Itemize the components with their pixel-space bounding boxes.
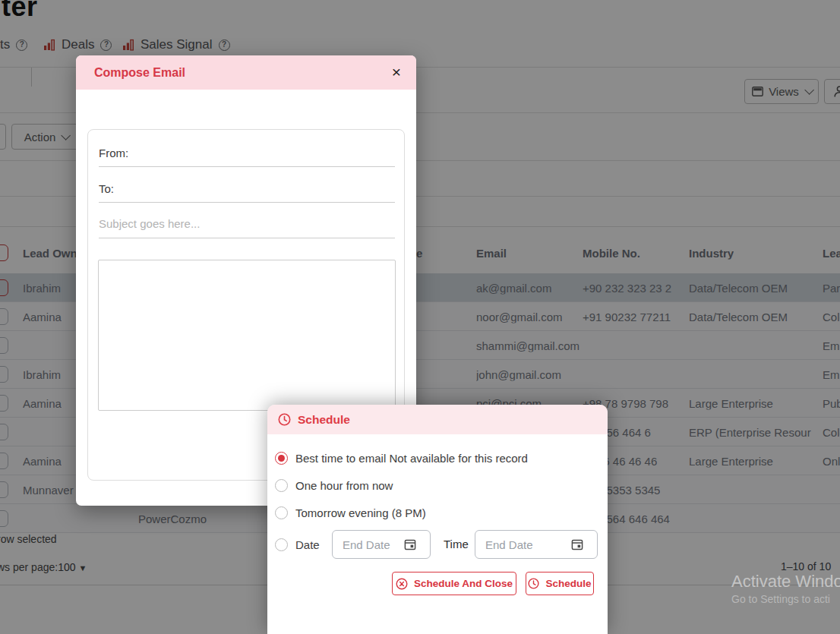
radio-button[interactable] xyxy=(275,538,288,551)
circle-x-icon xyxy=(396,578,408,590)
close-icon[interactable]: × xyxy=(387,63,406,81)
to-input[interactable] xyxy=(114,182,395,202)
radio-button[interactable] xyxy=(275,452,288,465)
schedule-option: Tomorrow evening (8 PM) xyxy=(275,506,426,519)
subject-input[interactable] xyxy=(99,210,395,238)
schedule-button[interactable]: Schedule xyxy=(526,572,594,595)
schedule-option-label: One hour from now xyxy=(295,479,393,492)
to-field-row: To: xyxy=(99,174,395,203)
schedule-option: One hour from now xyxy=(275,479,393,492)
end-date-input[interactable] xyxy=(333,538,404,551)
end-time-input[interactable] xyxy=(475,538,571,551)
to-label: To: xyxy=(99,182,114,202)
clock-icon xyxy=(528,578,539,589)
calendar-icon[interactable] xyxy=(404,538,416,550)
compose-modal-header: Compose Email xyxy=(76,55,416,90)
activate-windows-watermark: Activate Window xyxy=(731,572,840,591)
schedule-popup-header: Schedule xyxy=(267,405,608,434)
schedule-option-label: Best time to email Not available for thi… xyxy=(295,452,528,465)
schedule-option-label: Tomorrow evening (8 PM) xyxy=(295,506,426,519)
date-input-wrap xyxy=(332,530,431,559)
from-field-row: From: xyxy=(99,138,395,167)
clock-icon xyxy=(278,413,291,426)
time-input-wrap xyxy=(475,530,598,559)
schedule-popup: Schedule Best time to email Not availabl… xyxy=(267,405,608,634)
schedule-option-date: Date xyxy=(275,538,320,551)
date-option-label: Date xyxy=(295,538,320,551)
activate-windows-subtext: Go to Settings to acti xyxy=(731,593,830,605)
calendar-icon[interactable] xyxy=(571,538,583,550)
schedule-option: Best time to email Not available for thi… xyxy=(275,452,528,465)
email-body-textarea[interactable] xyxy=(98,260,396,411)
radio-button[interactable] xyxy=(275,506,288,519)
schedule-popup-title: Schedule xyxy=(298,413,350,427)
schedule-and-close-button[interactable]: Schedule And Close xyxy=(392,572,516,595)
from-label: From: xyxy=(99,147,128,166)
compose-modal-title: Compose Email xyxy=(94,66,185,80)
radio-button[interactable] xyxy=(275,479,288,492)
time-label: Time xyxy=(444,538,469,550)
from-input[interactable] xyxy=(128,147,395,166)
